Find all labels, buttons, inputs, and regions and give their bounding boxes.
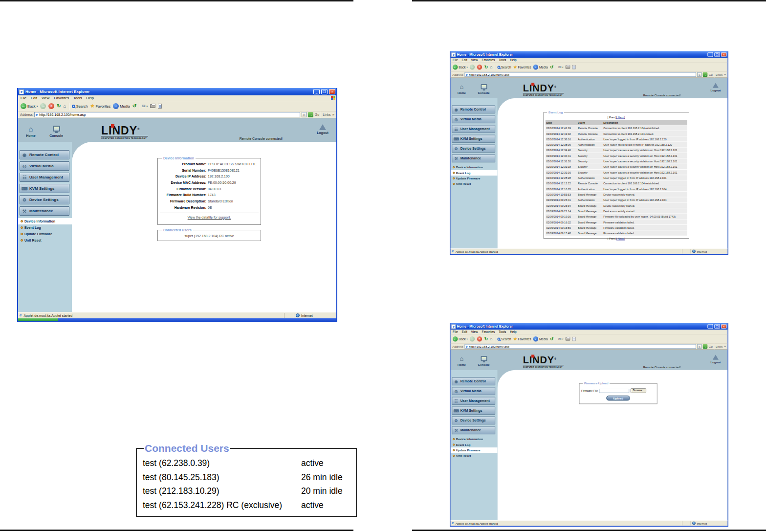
- maximize-button[interactable]: ❐: [321, 89, 328, 94]
- nav-console[interactable]: Console: [474, 83, 493, 94]
- menu-item[interactable]: View: [471, 58, 478, 62]
- menu-item[interactable]: Favorites: [481, 330, 495, 334]
- home-button[interactable]: ⌂: [64, 104, 66, 109]
- sidebar-item-event-log[interactable]: Event Log: [451, 170, 498, 176]
- sidebar-button[interactable]: ☷User Management: [20, 173, 69, 182]
- maximize-button[interactable]: ❐: [714, 324, 720, 329]
- address-input[interactable]: e http://192.168.2.100/home.asp: [464, 344, 696, 349]
- sidebar-button[interactable]: ⚙Device Settings: [452, 417, 495, 425]
- sidebar-item-event-log[interactable]: Event Log: [451, 442, 498, 447]
- favorites-button[interactable]: ★Favorites: [513, 337, 531, 341]
- nav-home[interactable]: ⌂Home: [452, 83, 471, 94]
- menu-item[interactable]: Tools: [499, 330, 506, 334]
- home-button[interactable]: ⌂: [490, 337, 492, 341]
- print-button[interactable]: [566, 337, 570, 341]
- menu-item[interactable]: View: [471, 330, 478, 334]
- minimize-button[interactable]: _: [707, 52, 713, 57]
- mail-button[interactable]: ✉▾: [558, 337, 563, 341]
- menu-item[interactable]: File: [453, 58, 458, 62]
- search-button[interactable]: Search: [497, 337, 511, 341]
- upload-button[interactable]: Upload: [606, 396, 630, 400]
- history-button[interactable]: ↺: [550, 65, 553, 69]
- sidebar-button[interactable]: ⚒Maintenance: [20, 206, 69, 216]
- minimize-button[interactable]: _: [313, 89, 320, 94]
- sidebar-button[interactable]: ⌨KVM Settings: [20, 184, 69, 193]
- menu-item[interactable]: Help: [87, 96, 94, 100]
- nav-console[interactable]: Console: [474, 355, 493, 366]
- links-chevron[interactable]: »: [724, 345, 726, 349]
- sidebar-button[interactable]: ◎Virtual Media: [20, 161, 69, 171]
- back-button[interactable]: ←Back▾: [21, 103, 38, 109]
- stop-button[interactable]: ×: [477, 65, 482, 69]
- menu-item[interactable]: Edit: [461, 330, 467, 334]
- address-input[interactable]: e http://192.168.2.100/home.asp: [464, 72, 696, 77]
- mail-button[interactable]: ✉▾: [558, 65, 563, 69]
- address-dropdown[interactable]: ▾: [302, 112, 306, 117]
- menu-item[interactable]: Favorites: [54, 96, 69, 100]
- menu-item[interactable]: Tools: [499, 58, 506, 62]
- nav-logout[interactable]: Logout: [314, 124, 331, 134]
- menu-item[interactable]: View: [42, 96, 49, 100]
- links-label[interactable]: Links: [716, 73, 722, 76]
- favorites-button[interactable]: ★Favorites: [513, 65, 531, 69]
- forward-button[interactable]: →: [40, 103, 46, 109]
- sidebar-button[interactable]: ◉Remote Control: [452, 106, 495, 114]
- menu-item[interactable]: Edit: [461, 58, 467, 62]
- sidebar-button[interactable]: ⚒Maintenance: [452, 155, 495, 163]
- prev-link[interactable]: [ Prev ]: [608, 237, 616, 240]
- edit-button[interactable]: [572, 65, 576, 69]
- edit-button[interactable]: [572, 337, 576, 341]
- home-button[interactable]: ⌂: [490, 65, 492, 69]
- sidebar-item-device-information[interactable]: Device Information: [451, 436, 498, 442]
- sidebar-button[interactable]: ⌨KVM Settings: [452, 135, 495, 143]
- menu-item[interactable]: Help: [510, 58, 516, 62]
- go-icon[interactable]: →: [703, 72, 708, 77]
- sidebar-item-update-firmware[interactable]: Update Firmware: [18, 231, 72, 237]
- title-bar[interactable]: e Home - Microsoft Internet Explorer _ ❐…: [451, 51, 728, 58]
- menu-item[interactable]: Help: [510, 330, 516, 334]
- browse-button[interactable]: Browse...: [631, 388, 646, 393]
- sidebar-button[interactable]: ◎Virtual Media: [452, 387, 495, 396]
- forward-button[interactable]: →: [470, 65, 475, 69]
- back-button[interactable]: ←Back▾: [453, 336, 468, 341]
- history-button[interactable]: ↺: [132, 104, 136, 109]
- search-button[interactable]: Search: [497, 65, 511, 69]
- menu-item[interactable]: File: [21, 96, 26, 100]
- sidebar-button[interactable]: ⌨KVM Settings: [452, 407, 495, 415]
- nav-logout[interactable]: Logout: [708, 83, 723, 91]
- address-input[interactable]: e http://192.168.2.100/home.asp: [34, 112, 300, 117]
- refresh-button[interactable]: ↻: [57, 104, 61, 109]
- sidebar-item-event-log[interactable]: Event Log: [18, 224, 72, 231]
- stop-button[interactable]: ×: [477, 336, 482, 341]
- sidebar-item-update-firmware[interactable]: Update Firmware: [451, 447, 498, 453]
- search-button[interactable]: Search: [72, 104, 88, 109]
- menu-item[interactable]: File: [453, 330, 458, 334]
- back-button[interactable]: ←Back▾: [453, 65, 468, 69]
- edit-button[interactable]: [158, 104, 162, 109]
- close-button[interactable]: ×: [721, 52, 726, 57]
- sidebar-item-unit-reset[interactable]: Unit Reset: [451, 453, 498, 458]
- media-button[interactable]: ♪Media: [533, 336, 548, 341]
- prev-link[interactable]: [ Prev ]: [608, 115, 616, 118]
- sidebar-item-unit-reset[interactable]: Unit Reset: [451, 181, 498, 186]
- sidebar-button[interactable]: ⚒Maintenance: [452, 426, 495, 435]
- title-bar[interactable]: e Home - Microsoft Internet Explorer _ ❐…: [451, 323, 728, 330]
- next-link[interactable]: [ Next ]: [616, 115, 625, 118]
- forward-button[interactable]: →: [470, 336, 475, 341]
- sidebar-button[interactable]: ☷User Management: [452, 397, 495, 405]
- sidebar-button[interactable]: ⚙Device Settings: [20, 195, 69, 204]
- menu-item[interactable]: Edit: [31, 96, 37, 100]
- sidebar-item-unit-reset[interactable]: Unit Reset: [18, 237, 72, 244]
- media-button[interactable]: ♪Media: [533, 65, 548, 69]
- sidebar-item-device-information[interactable]: Device Information: [451, 164, 498, 170]
- media-button[interactable]: ♪Media: [113, 103, 130, 109]
- go-icon[interactable]: →: [703, 344, 708, 349]
- history-button[interactable]: ↺: [550, 337, 553, 341]
- next-link[interactable]: [ Next ]: [616, 237, 625, 240]
- close-button[interactable]: ×: [329, 89, 335, 94]
- print-button[interactable]: [566, 66, 570, 69]
- links-label[interactable]: Links: [716, 345, 722, 348]
- title-bar[interactable]: e Home - Microsoft Internet Explorer _ ❐…: [18, 88, 336, 95]
- links-chevron[interactable]: »: [332, 112, 334, 117]
- links-label[interactable]: Links: [323, 113, 330, 116]
